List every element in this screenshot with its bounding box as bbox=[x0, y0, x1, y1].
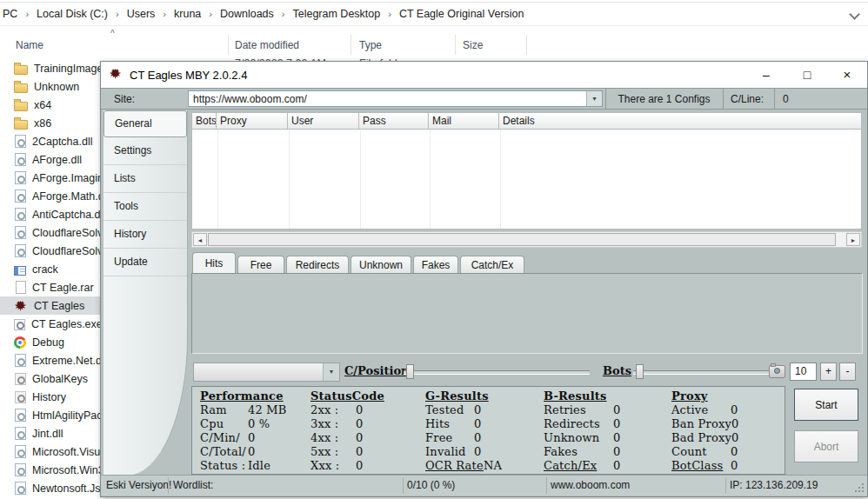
stats-label: 5xx : bbox=[310, 445, 356, 459]
stats-group-performance: PerformanceRam42 MBCpu0 %C/Min/0C/Total/… bbox=[200, 389, 287, 473]
breadcrumb-separator-icon: › bbox=[156, 9, 173, 19]
breadcrumb-separator-icon: › bbox=[202, 9, 219, 19]
stats-value: 0 bbox=[613, 431, 620, 445]
breadcrumb-separator-icon: › bbox=[109, 9, 126, 19]
stats-label: Status : bbox=[200, 459, 248, 473]
column-header-name[interactable]: Name bbox=[16, 39, 43, 51]
stats-label: Ram bbox=[200, 403, 248, 417]
breadcrumb-item[interactable]: Telegram Desktop bbox=[291, 8, 381, 20]
stats-panel: PerformanceRam42 MBCpu0 %C/Min/0C/Total/… bbox=[191, 386, 785, 475]
maximize-button[interactable]: □ bbox=[787, 62, 827, 88]
file-name: GlobalKeys bbox=[32, 373, 88, 385]
tab-update[interactable]: Update bbox=[103, 249, 187, 276]
stats-value: 0 bbox=[613, 459, 620, 473]
stats-row: Bad Proxy0 bbox=[671, 431, 739, 445]
grid-column-pass[interactable]: Pass bbox=[359, 112, 429, 130]
bots-slider[interactable] bbox=[633, 370, 770, 375]
bots-label: Bots bbox=[603, 364, 631, 377]
dll-icon bbox=[15, 427, 26, 440]
chevron-down-icon[interactable] bbox=[849, 9, 860, 20]
start-button[interactable]: Start bbox=[794, 389, 858, 421]
scrollbar-thumb[interactable] bbox=[208, 233, 836, 246]
file-name: Microsoft.Visual bbox=[32, 446, 109, 458]
grid-column-user[interactable]: User bbox=[288, 112, 359, 130]
bots-slider-thumb[interactable] bbox=[636, 364, 644, 379]
horizontal-scrollbar[interactable]: ◄ ► bbox=[191, 231, 862, 248]
site-row: Site: https://www.oboom.com/ ▼ There are… bbox=[101, 88, 867, 110]
site-url-combobox[interactable]: https://www.oboom.com/ ▼ bbox=[188, 90, 603, 107]
stats-value: 0 bbox=[356, 417, 363, 431]
statusbar-divider bbox=[725, 477, 726, 494]
tab-tools[interactable]: Tools bbox=[103, 193, 187, 221]
tab-hits[interactable]: Hits bbox=[192, 252, 236, 273]
stats-row: Xxx :0 bbox=[310, 459, 384, 473]
stats-value: 0 bbox=[356, 431, 363, 445]
tab-free[interactable]: Free bbox=[237, 256, 284, 273]
statusbar-section-3: www.oboom.com bbox=[551, 479, 630, 491]
stats-value: 0 bbox=[474, 431, 481, 445]
grid-column-mail[interactable]: Mail bbox=[429, 112, 499, 130]
cposition-slider-thumb[interactable] bbox=[406, 364, 414, 379]
camera-icon[interactable] bbox=[769, 365, 785, 378]
column-header-type[interactable]: Type bbox=[359, 39, 382, 51]
grid-column-divider bbox=[500, 130, 501, 229]
bottom-combobox[interactable]: ▼ bbox=[193, 363, 340, 382]
stats-label: OCR Rate bbox=[425, 459, 484, 473]
stats-row: Ban Proxy0 bbox=[671, 417, 739, 431]
tab-lists[interactable]: Lists bbox=[103, 165, 187, 193]
breadcrumb-item[interactable]: CT Eagle Original Version bbox=[398, 8, 525, 20]
screen: PC›Local Disk (C:)›Users›kruna›Downloads… bbox=[0, 0, 868, 499]
cposition-slider[interactable] bbox=[404, 370, 590, 375]
stats-label: Retries bbox=[544, 403, 613, 417]
statusbar-section-2: 0/10 (0 %) bbox=[407, 479, 455, 491]
tab-redirects[interactable]: Redirects bbox=[286, 256, 349, 273]
stats-value: 0 bbox=[613, 417, 620, 431]
resize-grip[interactable] bbox=[862, 490, 864, 492]
bots-count-input[interactable]: 10 bbox=[790, 363, 817, 381]
stats-label: 4xx : bbox=[310, 431, 356, 445]
stats-row: OCR RateNA bbox=[425, 459, 502, 473]
sort-ascending-icon[interactable]: ^ bbox=[110, 29, 115, 38]
dll-icon bbox=[15, 409, 26, 422]
minimize-button[interactable]: – bbox=[746, 62, 786, 88]
breadcrumb-item[interactable]: Users bbox=[126, 8, 157, 20]
scroll-right-arrow[interactable]: ► bbox=[846, 233, 860, 246]
breadcrumb-separator-icon: › bbox=[18, 9, 36, 19]
column-header-date-modified[interactable]: Date modified bbox=[235, 39, 299, 51]
stats-label: Tested bbox=[425, 403, 474, 417]
grid-column-details[interactable]: Details bbox=[499, 112, 862, 130]
tab-fakes[interactable]: Fakes bbox=[413, 256, 458, 273]
breadcrumb-item[interactable]: Downloads bbox=[219, 8, 275, 20]
tab-catchex[interactable]: Catch/Ex bbox=[460, 256, 524, 273]
stats-row: Catch/Ex0 bbox=[544, 459, 620, 473]
titlebar[interactable]: CT Eagles MBY 2.0.2.4 – □ × bbox=[101, 62, 867, 88]
decrease-button[interactable]: - bbox=[839, 363, 856, 381]
exe-icon bbox=[14, 319, 25, 330]
tab-settings[interactable]: Settings bbox=[103, 137, 187, 165]
abort-button[interactable]: Abort bbox=[794, 430, 858, 462]
tab-general[interactable]: General bbox=[103, 110, 187, 137]
close-button[interactable]: × bbox=[827, 62, 867, 88]
stats-value: 0 bbox=[731, 417, 738, 431]
dropdown-arrow-icon[interactable]: ▼ bbox=[586, 91, 602, 106]
increase-button[interactable]: + bbox=[820, 363, 837, 381]
tab-history[interactable]: History bbox=[103, 221, 187, 249]
result-tabs: HitsFreeRedirectsUnknownFakesCatch/Ex bbox=[192, 252, 526, 273]
tab-unknown[interactable]: Unknown bbox=[351, 256, 411, 273]
grid-column-proxy[interactable]: Proxy bbox=[217, 112, 288, 130]
stats-row: Hits0 bbox=[425, 417, 502, 431]
stats-row: Cpu0 % bbox=[200, 417, 287, 431]
scroll-left-arrow[interactable]: ◄ bbox=[193, 233, 207, 246]
stats-row: C/Min/0 bbox=[200, 431, 287, 445]
breadcrumb-item[interactable]: PC bbox=[2, 8, 18, 20]
config-icon bbox=[15, 373, 26, 385]
grid-column-bots[interactable]: Bots bbox=[191, 112, 217, 130]
dll-icon bbox=[15, 226, 26, 239]
stats-row: Unknown0 bbox=[544, 431, 620, 445]
eagle-icon bbox=[14, 299, 28, 313]
column-header-size[interactable]: Size bbox=[463, 39, 483, 51]
breadcrumb-item[interactable]: Local Disk (C:) bbox=[36, 8, 109, 20]
dropdown-arrow-icon[interactable]: ▼ bbox=[323, 363, 339, 381]
dll-icon bbox=[15, 190, 26, 203]
breadcrumb-item[interactable]: kruna bbox=[173, 8, 202, 20]
